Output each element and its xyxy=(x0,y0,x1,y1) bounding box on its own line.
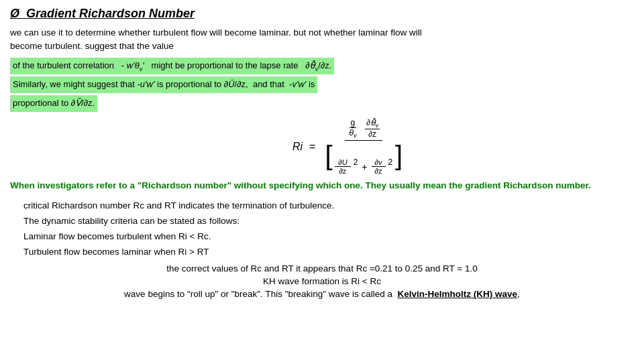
page-title: Ø Gradient Richardson Number xyxy=(10,7,195,20)
critical-section: critical Richardson number Rc and RT ind… xyxy=(23,198,634,260)
title-section: Ø Gradient Richardson Number xyxy=(10,7,634,21)
denominator: [ ∂U ∂z 2 + ∂v ∂z 2 xyxy=(322,141,405,175)
kh-wave-link[interactable]: Kelvin-Helmholtz (KH) wave xyxy=(398,289,518,299)
intro-paragraph: we can use it to determine whether turbu… xyxy=(10,26,634,54)
numerator: g θv ∂θ̄v ∂z xyxy=(345,118,382,141)
equation-area: of the turbulent correlation - w'θv' mig… xyxy=(10,58,634,115)
correct-values-line: the correct values of Rc and RT it appea… xyxy=(10,263,634,274)
main-fraction: g θv ∂θ̄v ∂z [ ∂U ∂z xyxy=(322,118,405,175)
kh-wave-line2: wave begins to "roll up" or "break". Thi… xyxy=(10,289,634,299)
investigators-paragraph: When investigators refer to a "Richardso… xyxy=(10,179,634,192)
left-bracket: [ xyxy=(325,141,332,170)
ri-formula: Ri = g θv ∂θ̄v ∂z [ xyxy=(10,118,634,175)
bullet-symbol: Ø xyxy=(10,7,19,20)
equals-sign: = xyxy=(309,141,315,153)
kh-wave-text: wave begins to "roll up" or "break". Thi… xyxy=(124,289,392,299)
ri-symbol: Ri xyxy=(292,141,303,153)
sum-of-squares: ∂U ∂z 2 + ∂v ∂z 2 xyxy=(335,158,392,175)
green-line-3: proportional to ∂V̄/∂z. xyxy=(10,95,97,112)
ri-equation: Ri = g θv ∂θ̄v ∂z [ xyxy=(292,118,405,175)
intro-line2: become turbulent. suggest that the value xyxy=(10,41,174,51)
kh-wave-end: , xyxy=(517,289,520,299)
critical-line2: The dynamic stability criteria can be st… xyxy=(23,214,634,229)
green-line-2: Similarly, we might suggest that -u'w' i… xyxy=(10,76,317,93)
critical-line4: Turbulent flow becomes laminar when Ri >… xyxy=(23,245,634,260)
title-text: Gradient Richardson Number xyxy=(26,7,195,20)
critical-line1: critical Richardson number Rc and RT ind… xyxy=(23,198,634,214)
green-line-1: of the turbulent correlation - w'θv' mig… xyxy=(10,58,334,75)
intro-line1: we can use it to determine whether turbu… xyxy=(10,27,422,38)
critical-line3: Laminar flow becomes turbulent when Ri <… xyxy=(23,229,634,245)
kh-wave-line1: KH wave formation is Ri < Rc xyxy=(10,276,634,286)
right-bracket: ] xyxy=(395,141,402,170)
page-container: Ø Gradient Richardson Number we can use … xyxy=(10,7,634,299)
